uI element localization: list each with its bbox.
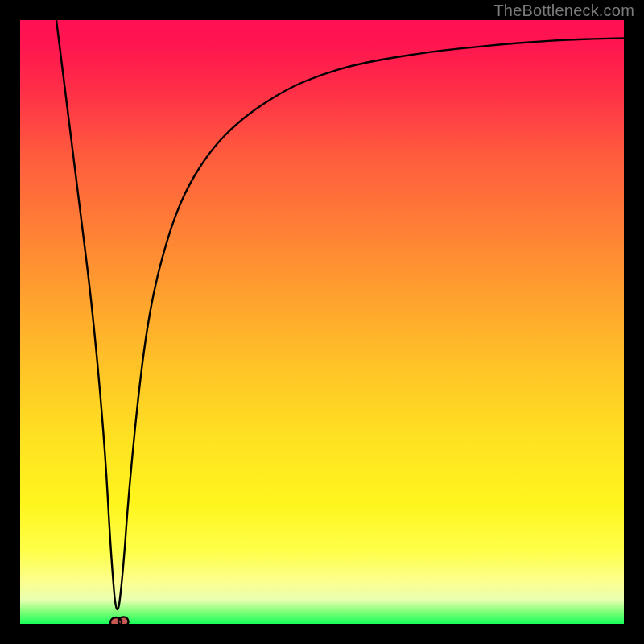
chart-frame: TheBottleneck.com [0, 0, 644, 644]
minimum-marker [110, 617, 129, 624]
bottleneck-curve [56, 20, 624, 609]
plot-area [20, 20, 624, 624]
curve-layer [20, 20, 624, 624]
watermark-text: TheBottleneck.com [493, 2, 634, 20]
